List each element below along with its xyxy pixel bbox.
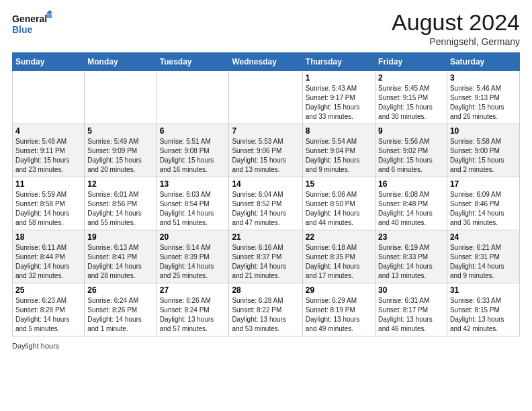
day-info: Sunrise: 6:21 AM Sunset: 8:31 PM Dayligh… bbox=[450, 243, 517, 281]
day-info: Sunrise: 6:31 AM Sunset: 8:17 PM Dayligh… bbox=[378, 296, 444, 334]
day-cell: 5Sunrise: 5:49 AM Sunset: 9:09 PM Daylig… bbox=[85, 124, 157, 177]
day-cell: 9Sunrise: 5:56 AM Sunset: 9:02 PM Daylig… bbox=[375, 124, 447, 177]
logo-svg: General Blue bbox=[12, 10, 52, 38]
day-cell: 31Sunrise: 6:33 AM Sunset: 8:15 PM Dayli… bbox=[447, 283, 519, 336]
day-cell: 27Sunrise: 6:26 AM Sunset: 8:24 PM Dayli… bbox=[157, 283, 229, 336]
day-number: 29 bbox=[306, 285, 372, 295]
day-info: Sunrise: 6:06 AM Sunset: 8:50 PM Dayligh… bbox=[306, 190, 372, 228]
day-cell: 2Sunrise: 5:45 AM Sunset: 9:15 PM Daylig… bbox=[375, 71, 447, 124]
footer: Daylight hours bbox=[12, 342, 520, 350]
day-number: 18 bbox=[15, 232, 81, 242]
day-number: 30 bbox=[378, 285, 444, 295]
day-number: 19 bbox=[87, 232, 153, 242]
day-number: 16 bbox=[378, 179, 444, 189]
day-number: 3 bbox=[450, 73, 517, 83]
day-info: Sunrise: 5:43 AM Sunset: 9:17 PM Dayligh… bbox=[306, 84, 372, 122]
day-info: Sunrise: 6:09 AM Sunset: 8:46 PM Dayligh… bbox=[450, 190, 517, 228]
day-info: Sunrise: 6:23 AM Sunset: 8:28 PM Dayligh… bbox=[15, 296, 81, 334]
day-cell: 6Sunrise: 5:51 AM Sunset: 9:08 PM Daylig… bbox=[157, 124, 229, 177]
day-info: Sunrise: 5:54 AM Sunset: 9:04 PM Dayligh… bbox=[306, 137, 372, 175]
day-info: Sunrise: 5:48 AM Sunset: 9:11 PM Dayligh… bbox=[15, 137, 81, 175]
day-number: 13 bbox=[160, 179, 226, 189]
location: Pennigsehl, Germany bbox=[392, 36, 520, 47]
day-cell: 29Sunrise: 6:29 AM Sunset: 8:19 PM Dayli… bbox=[302, 283, 375, 336]
week-row-2: 4Sunrise: 5:48 AM Sunset: 9:11 PM Daylig… bbox=[13, 124, 520, 177]
day-number: 21 bbox=[232, 232, 299, 242]
day-info: Sunrise: 5:45 AM Sunset: 9:15 PM Dayligh… bbox=[378, 84, 444, 122]
day-info: Sunrise: 5:49 AM Sunset: 9:09 PM Dayligh… bbox=[87, 137, 153, 175]
day-info: Sunrise: 5:53 AM Sunset: 9:06 PM Dayligh… bbox=[232, 137, 299, 175]
day-number: 1 bbox=[306, 73, 372, 83]
day-cell: 24Sunrise: 6:21 AM Sunset: 8:31 PM Dayli… bbox=[447, 230, 519, 283]
day-cell: 14Sunrise: 6:04 AM Sunset: 8:52 PM Dayli… bbox=[229, 177, 302, 230]
day-number: 8 bbox=[306, 126, 372, 136]
day-info: Sunrise: 6:26 AM Sunset: 8:24 PM Dayligh… bbox=[160, 296, 226, 334]
day-cell: 15Sunrise: 6:06 AM Sunset: 8:50 PM Dayli… bbox=[302, 177, 375, 230]
day-info: Sunrise: 5:51 AM Sunset: 9:08 PM Dayligh… bbox=[160, 137, 226, 175]
day-info: Sunrise: 6:19 AM Sunset: 8:33 PM Dayligh… bbox=[378, 243, 444, 281]
day-cell: 25Sunrise: 6:23 AM Sunset: 8:28 PM Dayli… bbox=[13, 283, 85, 336]
day-number: 12 bbox=[87, 179, 153, 189]
header: General Blue August 2024 Pennigsehl, Ger… bbox=[12, 10, 520, 47]
day-number: 9 bbox=[378, 126, 444, 136]
day-cell: 4Sunrise: 5:48 AM Sunset: 9:11 PM Daylig… bbox=[13, 124, 85, 177]
day-cell: 17Sunrise: 6:09 AM Sunset: 8:46 PM Dayli… bbox=[447, 177, 519, 230]
day-info: Sunrise: 6:01 AM Sunset: 8:56 PM Dayligh… bbox=[87, 190, 153, 228]
day-cell: 12Sunrise: 6:01 AM Sunset: 8:56 PM Dayli… bbox=[85, 177, 157, 230]
day-cell: 16Sunrise: 6:08 AM Sunset: 8:48 PM Dayli… bbox=[375, 177, 447, 230]
day-number: 7 bbox=[232, 126, 299, 136]
col-header-tuesday: Tuesday bbox=[157, 53, 229, 71]
day-cell: 13Sunrise: 6:03 AM Sunset: 8:54 PM Dayli… bbox=[157, 177, 229, 230]
col-header-friday: Friday bbox=[375, 53, 447, 71]
day-info: Sunrise: 6:03 AM Sunset: 8:54 PM Dayligh… bbox=[160, 190, 226, 228]
day-number: 22 bbox=[306, 232, 372, 242]
day-cell: 22Sunrise: 6:18 AM Sunset: 8:35 PM Dayli… bbox=[302, 230, 375, 283]
day-cell: 21Sunrise: 6:16 AM Sunset: 8:37 PM Dayli… bbox=[229, 230, 302, 283]
day-cell: 30Sunrise: 6:31 AM Sunset: 8:17 PM Dayli… bbox=[375, 283, 447, 336]
day-info: Sunrise: 6:28 AM Sunset: 8:22 PM Dayligh… bbox=[232, 296, 299, 334]
week-row-5: 25Sunrise: 6:23 AM Sunset: 8:28 PM Dayli… bbox=[13, 283, 520, 336]
day-cell bbox=[229, 71, 302, 124]
day-info: Sunrise: 5:59 AM Sunset: 8:58 PM Dayligh… bbox=[15, 190, 81, 228]
day-cell: 11Sunrise: 5:59 AM Sunset: 8:58 PM Dayli… bbox=[13, 177, 85, 230]
calendar: SundayMondayTuesdayWednesdayThursdayFrid… bbox=[12, 52, 520, 336]
day-cell: 26Sunrise: 6:24 AM Sunset: 8:26 PM Dayli… bbox=[85, 283, 157, 336]
week-row-3: 11Sunrise: 5:59 AM Sunset: 8:58 PM Dayli… bbox=[13, 177, 520, 230]
day-info: Sunrise: 6:29 AM Sunset: 8:19 PM Dayligh… bbox=[306, 296, 372, 334]
day-number: 11 bbox=[15, 179, 81, 189]
day-number: 31 bbox=[450, 285, 517, 295]
day-info: Sunrise: 5:58 AM Sunset: 9:00 PM Dayligh… bbox=[450, 137, 517, 175]
title-block: August 2024 Pennigsehl, Germany bbox=[392, 10, 520, 47]
svg-text:Blue: Blue bbox=[12, 24, 33, 35]
week-row-4: 18Sunrise: 6:11 AM Sunset: 8:44 PM Dayli… bbox=[13, 230, 520, 283]
day-number: 2 bbox=[378, 73, 444, 83]
day-cell bbox=[13, 71, 85, 124]
day-number: 5 bbox=[87, 126, 153, 136]
day-number: 28 bbox=[232, 285, 299, 295]
calendar-header-row: SundayMondayTuesdayWednesdayThursdayFrid… bbox=[13, 53, 520, 71]
month-year: August 2024 bbox=[392, 10, 520, 35]
day-info: Sunrise: 6:08 AM Sunset: 8:48 PM Dayligh… bbox=[378, 190, 444, 228]
day-number: 15 bbox=[306, 179, 372, 189]
page: General Blue August 2024 Pennigsehl, Ger… bbox=[0, 0, 532, 411]
day-cell: 3Sunrise: 5:46 AM Sunset: 9:13 PM Daylig… bbox=[447, 71, 519, 124]
day-info: Sunrise: 6:16 AM Sunset: 8:37 PM Dayligh… bbox=[232, 243, 299, 281]
day-info: Sunrise: 6:04 AM Sunset: 8:52 PM Dayligh… bbox=[232, 190, 299, 228]
day-info: Sunrise: 5:56 AM Sunset: 9:02 PM Dayligh… bbox=[378, 137, 444, 175]
day-cell: 28Sunrise: 6:28 AM Sunset: 8:22 PM Dayli… bbox=[229, 283, 302, 336]
day-number: 6 bbox=[160, 126, 226, 136]
day-info: Sunrise: 6:14 AM Sunset: 8:39 PM Dayligh… bbox=[160, 243, 226, 281]
col-header-thursday: Thursday bbox=[302, 53, 375, 71]
daylight-label: Daylight hours bbox=[12, 342, 59, 350]
day-cell bbox=[85, 71, 157, 124]
day-info: Sunrise: 6:11 AM Sunset: 8:44 PM Dayligh… bbox=[15, 243, 81, 281]
day-number: 23 bbox=[378, 232, 444, 242]
col-header-monday: Monday bbox=[85, 53, 157, 71]
day-cell bbox=[157, 71, 229, 124]
day-cell: 8Sunrise: 5:54 AM Sunset: 9:04 PM Daylig… bbox=[302, 124, 375, 177]
day-info: Sunrise: 6:18 AM Sunset: 8:35 PM Dayligh… bbox=[306, 243, 372, 281]
col-header-saturday: Saturday bbox=[447, 53, 519, 71]
day-number: 25 bbox=[15, 285, 81, 295]
day-number: 20 bbox=[160, 232, 226, 242]
svg-text:General: General bbox=[12, 13, 47, 24]
